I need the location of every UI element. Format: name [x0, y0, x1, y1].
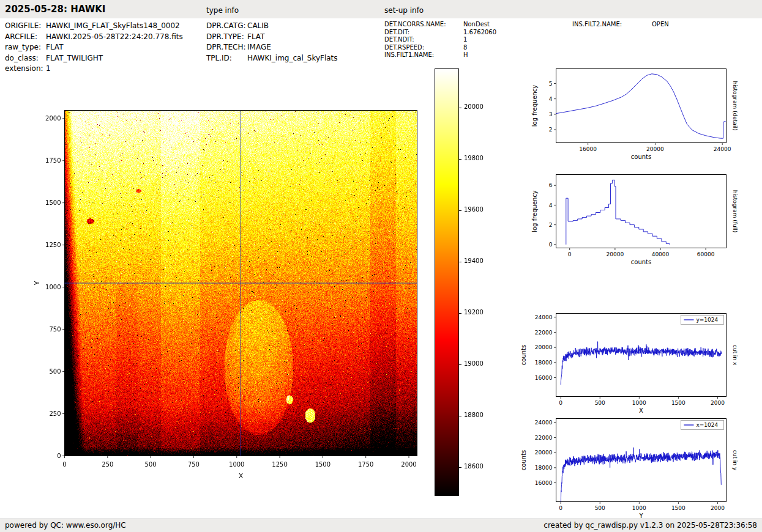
- colorbar-tick-label: 18800: [464, 412, 484, 418]
- footer-right-text: created by qc_rawdisp.py v1.2.3 on 2025-…: [543, 521, 757, 530]
- colorbar: 2000019800196001940019200190001880018600: [435, 68, 514, 503]
- svg-text:1500: 1500: [671, 400, 685, 406]
- svg-text:1750: 1750: [358, 461, 373, 468]
- svg-text:16000: 16000: [579, 146, 597, 152]
- svg-text:750: 750: [188, 461, 200, 468]
- meta-row: ARCFILE:HAWKI.2025-05-28T22:24:20.778.fi…: [5, 32, 183, 43]
- svg-text:counts: counts: [631, 259, 651, 265]
- meta-row: DET.RSPEED:8: [384, 44, 496, 52]
- svg-text:24000: 24000: [535, 419, 553, 426]
- setup-info-header: set-up info: [384, 6, 424, 15]
- svg-text:1000: 1000: [632, 505, 646, 511]
- svg-text:16000: 16000: [535, 375, 553, 381]
- meta-label: do_class:: [5, 53, 46, 64]
- svg-text:2000: 2000: [711, 505, 725, 511]
- file-info-block: ORIGFILE:HAWKI_IMG_FLAT_SkyFlats148_0002…: [5, 21, 183, 75]
- qc-report-page: 2025-05-28: HAWKI type info set-up info …: [0, 0, 762, 532]
- svg-text:1500: 1500: [671, 505, 685, 511]
- colorbar-tick-label: 19200: [464, 309, 484, 316]
- svg-text:5: 5: [549, 81, 553, 87]
- footer-left-text: powered by QC: www.eso.org/HC: [5, 521, 126, 530]
- colorbar-tick-mark: [459, 210, 461, 211]
- meta-label: DET.RSPEED:: [384, 44, 463, 52]
- meta-value: 1: [46, 64, 51, 73]
- svg-text:20000: 20000: [535, 449, 553, 456]
- raw-image-plot: 0250500750100012501500175020000250500750…: [0, 86, 484, 508]
- colorbar-tick-mark: [459, 108, 461, 108]
- meta-row: DET.DIT:1.6762060: [384, 29, 496, 37]
- svg-text:6: 6: [549, 182, 553, 188]
- meta-value: H: [463, 51, 468, 58]
- meta-row: TPL.ID:HAWKI_img_cal_SkyFlats: [206, 53, 338, 64]
- meta-label: INS.FILT2.NAME:: [572, 21, 652, 29]
- svg-text:2000: 2000: [45, 115, 61, 122]
- svg-text:250: 250: [102, 461, 113, 468]
- meta-row: INS.FILT2.NAME:OPEN: [572, 21, 669, 29]
- colorbar-tick-label: 19800: [464, 155, 484, 161]
- type-info-block: DPR.CATG:CALIB DPR.TYPE:FLAT DPR.TECH:IM…: [206, 21, 338, 64]
- colorbar-tick-mark: [459, 262, 461, 262]
- svg-text:histogram (full): histogram (full): [732, 190, 738, 232]
- svg-text:1750: 1750: [45, 157, 61, 164]
- cut-in-x-plot: 0500100015002000160001800020000220002400…: [517, 306, 753, 417]
- svg-text:500: 500: [49, 368, 61, 375]
- svg-text:0: 0: [62, 461, 66, 468]
- svg-text:40000: 40000: [652, 251, 670, 257]
- meta-label: raw_type:: [5, 42, 46, 53]
- svg-text:4: 4: [549, 202, 553, 209]
- svg-text:2000: 2000: [401, 461, 416, 468]
- svg-text:1250: 1250: [272, 461, 287, 468]
- main-plot-axes: 0250500750100012501500175020000250500750…: [0, 86, 484, 508]
- meta-label: ARCFILE:: [5, 32, 46, 43]
- colorbar-tick-mark: [459, 159, 461, 160]
- svg-text:750: 750: [49, 326, 61, 333]
- meta-label: TPL.ID:: [206, 53, 247, 64]
- svg-text:cut in x: cut in x: [732, 345, 738, 366]
- meta-row: raw_type:FLAT: [5, 42, 183, 53]
- meta-value: CALIB: [247, 21, 269, 30]
- colorbar-tick-label: 18600: [464, 463, 484, 470]
- page-title: 2025-05-28: HAWKI: [5, 4, 105, 15]
- svg-text:0: 0: [549, 242, 553, 248]
- svg-text:20000: 20000: [646, 146, 664, 152]
- meta-row: DET.NDIT:1: [384, 36, 496, 44]
- histogram-full-plot: 02000040000600000246countslog frequencyh…: [517, 166, 753, 273]
- meta-label: DET.NDIT:: [384, 36, 463, 44]
- svg-text:1000: 1000: [45, 284, 61, 290]
- meta-row: DET.NCORRS.NAME:NonDest: [384, 21, 496, 29]
- meta-value: 1.6762060: [463, 29, 496, 35]
- meta-label: DPR.TECH:: [206, 42, 247, 53]
- svg-text:cut in y: cut in y: [732, 450, 738, 471]
- meta-label: ORIGFILE:: [5, 21, 46, 32]
- svg-text:counts: counts: [520, 345, 527, 365]
- meta-label: INS.FILT1.NAME:: [384, 51, 463, 59]
- svg-text:log frequency: log frequency: [531, 85, 538, 127]
- colorbar-tick-label: 19400: [464, 257, 484, 264]
- colorbar-tick-label: 19000: [464, 360, 484, 367]
- histogram-detail-plot: 1600020000240002345countslog frequencyhi…: [517, 61, 753, 166]
- svg-text:20000: 20000: [535, 344, 553, 350]
- svg-text:16000: 16000: [535, 480, 553, 486]
- meta-value: IMAGE: [247, 43, 271, 51]
- meta-value: FLAT: [46, 43, 63, 51]
- svg-text:0: 0: [568, 251, 572, 257]
- svg-text:x=1024: x=1024: [697, 422, 719, 428]
- svg-text:Y: Y: [638, 512, 643, 519]
- meta-row: INS.FILT1.NAME:H: [384, 51, 496, 59]
- meta-row: DPR.CATG:CALIB: [206, 21, 338, 32]
- svg-text:500: 500: [595, 505, 605, 511]
- svg-text:2: 2: [549, 127, 553, 133]
- svg-text:500: 500: [145, 461, 157, 468]
- meta-row: DPR.TYPE:FLAT: [206, 32, 338, 43]
- svg-text:1500: 1500: [45, 199, 61, 206]
- svg-text:counts: counts: [631, 153, 651, 160]
- colorbar-tick-mark: [459, 364, 461, 365]
- meta-label: DPR.CATG:: [206, 21, 247, 32]
- svg-text:18000: 18000: [535, 360, 553, 366]
- svg-text:X: X: [239, 472, 244, 480]
- colorbar-tick-label: 19600: [464, 206, 484, 213]
- svg-text:0: 0: [559, 505, 562, 511]
- svg-text:4: 4: [549, 96, 553, 102]
- meta-label: DET.NCORRS.NAME:: [384, 21, 463, 29]
- svg-text:250: 250: [49, 410, 61, 417]
